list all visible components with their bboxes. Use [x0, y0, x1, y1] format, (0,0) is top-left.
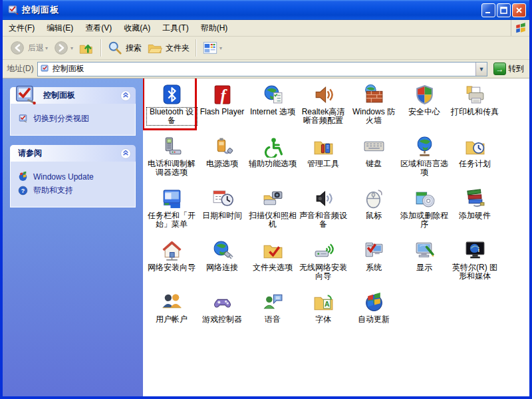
- folders-icon: [147, 40, 163, 56]
- game-controllers-icon: [211, 291, 233, 313]
- cpl-item-regional-language[interactable]: 区域和语言选项: [399, 134, 450, 186]
- task-panel-title: 控制面板: [43, 90, 120, 101]
- cpl-item-mouse[interactable]: 鼠标: [348, 186, 399, 237]
- address-bar: 地址(D) 控制面板 ▼ → 转到: [3, 60, 529, 78]
- address-input[interactable]: 控制面板 ▼: [37, 62, 487, 76]
- cpl-item-label: 声音和音频设备: [299, 211, 348, 229]
- cpl-item-display[interactable]: 显示: [399, 237, 450, 289]
- cpl-item-admin-tools[interactable]: 管理工具: [298, 134, 348, 186]
- svg-text:?: ?: [21, 188, 25, 194]
- cpl-item-label: 添加或删除程序: [400, 211, 450, 229]
- cpl-item-label: 系统: [366, 263, 382, 272]
- sidebar-item-category-view[interactable]: 切换到分类视图: [17, 113, 130, 124]
- back-button[interactable]: 后退▾: [7, 38, 51, 58]
- task-panel-header[interactable]: 请参阅: [10, 145, 136, 162]
- window-title: 控制面板: [22, 4, 480, 16]
- cpl-item-taskbar-startmenu[interactable]: 任务栏和「开始」菜单: [146, 186, 197, 237]
- chevron-up-icon[interactable]: [120, 90, 132, 102]
- menu-item-1[interactable]: 编辑(E): [41, 20, 79, 37]
- sidebar-item-windows-update[interactable]: Windows Update: [17, 171, 130, 182]
- cpl-item-add-remove-programs[interactable]: 添加或删除程序: [399, 186, 450, 237]
- cpl-item-label: 自动更新: [358, 315, 390, 324]
- cpl-item-add-hardware[interactable]: 添加硬件: [450, 186, 500, 237]
- cpl-item-speech[interactable]: 语音: [247, 289, 298, 341]
- cpl-item-power-options[interactable]: 电源选项: [197, 134, 247, 186]
- cpl-item-wireless-network-wizard[interactable]: 无线网络安装向导: [298, 237, 348, 289]
- cpl-item-phone-modem[interactable]: 电话和调制解调器选项: [146, 134, 197, 186]
- windows-update-icon: [17, 171, 29, 182]
- wireless-network-wizard-icon: [313, 239, 334, 261]
- maximize-icon: [499, 6, 508, 15]
- views-button[interactable]: ▾: [200, 38, 225, 58]
- forward-button[interactable]: ▾: [51, 38, 76, 58]
- cpl-item-label: 字体: [315, 315, 331, 324]
- cpl-item-network-setup-wizard[interactable]: 网络安装向导: [146, 237, 197, 289]
- cpl-item-internet-options[interactable]: Internet 选项: [247, 82, 298, 134]
- views-dropdown-icon: ▾: [219, 45, 222, 51]
- cpl-item-windows-firewall[interactable]: Windows 防火墙: [348, 82, 399, 134]
- cpl-item-sounds-audio[interactable]: 声音和音频设备: [298, 186, 348, 237]
- keyboard-icon: [363, 136, 385, 158]
- cpl-item-label: 无线网络安装向导: [299, 263, 348, 281]
- cpl-item-network-connections[interactable]: 网络连接: [197, 237, 247, 289]
- folders-button[interactable]: 文件夹: [144, 38, 192, 58]
- windows-logo: [511, 20, 529, 36]
- cpl-item-folder-options[interactable]: 文件夹选项: [247, 237, 298, 289]
- cpl-item-user-accounts[interactable]: 用户帐户: [146, 289, 197, 341]
- chevron-up-icon[interactable]: [120, 148, 132, 160]
- close-button[interactable]: [512, 3, 526, 17]
- cpl-item-date-time[interactable]: 日期和时间: [197, 186, 247, 237]
- menu-item-4[interactable]: 工具(T): [156, 20, 194, 37]
- sidebar-item-help[interactable]: ?帮助和支持: [17, 185, 130, 196]
- cpl-item-label: 语音: [265, 315, 281, 324]
- task-panel-header[interactable]: 控制面板: [10, 87, 136, 104]
- regional-language-icon: [414, 136, 436, 158]
- cpl-item-system[interactable]: 系统: [348, 237, 399, 289]
- cpl-item-automatic-updates[interactable]: 自动更新: [348, 289, 399, 341]
- task-panel-0: 控制面板切换到分类视图: [10, 87, 136, 136]
- cpl-item-printers-faxes[interactable]: 打印机和传真: [450, 82, 500, 134]
- cpl-item-security-center[interactable]: 安全中心: [399, 82, 450, 134]
- cpl-item-realtek-audio[interactable]: Realtek高清晰音频配置: [298, 82, 348, 134]
- forward-icon: [53, 40, 69, 56]
- cpl-item-label: 区域和语言选项: [400, 160, 450, 177]
- cpl-item-label: 英特尔(R) 图形和媒体: [450, 263, 500, 281]
- cpl-item-accessibility[interactable]: 辅助功能选项: [247, 134, 298, 186]
- cpl-item-bluetooth[interactable]: Bluetooth 设备: [146, 82, 197, 134]
- accessibility-icon: [262, 136, 284, 158]
- cpl-item-scanners-cameras[interactable]: 扫描仪和照相机: [247, 186, 298, 237]
- cpl-item-label: Bluetooth 设备: [147, 108, 197, 125]
- cpl-item-keyboard[interactable]: 键盘: [348, 134, 399, 186]
- cpl-item-scheduled-tasks[interactable]: 任务计划: [450, 134, 500, 186]
- cpl-item-label: 文件夹选项: [253, 263, 293, 272]
- cpl-item-label: Realtek高清晰音频配置: [299, 108, 348, 125]
- address-dropdown-button[interactable]: ▼: [475, 63, 487, 76]
- cpl-item-flash-player[interactable]: fFlash Player: [197, 82, 247, 134]
- menu-item-2[interactable]: 查看(V): [79, 20, 118, 37]
- menu-item-3[interactable]: 收藏(A): [118, 20, 156, 37]
- go-button[interactable]: → 转到: [491, 62, 527, 76]
- cpl-item-label: 网络安装向导: [148, 263, 196, 272]
- cpl-item-intel-graphics-media[interactable]: i英特尔(R) 图形和媒体: [450, 237, 500, 289]
- menu-item-0[interactable]: 文件(F): [3, 20, 41, 37]
- display-icon: [414, 239, 436, 261]
- maximize-button[interactable]: [497, 3, 511, 17]
- cpl-item-game-controllers[interactable]: 游戏控制器: [197, 289, 247, 341]
- search-button[interactable]: 搜索: [104, 38, 144, 58]
- minimize-button[interactable]: [481, 3, 495, 17]
- svg-text:A: A: [324, 301, 329, 308]
- sidebar-item-label: 帮助和支持: [33, 185, 73, 196]
- close-icon: [515, 6, 523, 15]
- add-hardware-icon: [464, 188, 486, 209]
- menu-item-5[interactable]: 帮助(H): [195, 20, 234, 37]
- cpl-item-label: Flash Player: [200, 108, 245, 116]
- control-panel-icon: [13, 83, 37, 107]
- admin-tools-icon: [313, 136, 334, 158]
- cpl-item-label: 日期和时间: [202, 211, 242, 220]
- system-icon: [363, 239, 385, 261]
- title-bar[interactable]: 控制面板: [3, 0, 529, 20]
- up-button[interactable]: [76, 38, 97, 58]
- views-icon: [202, 40, 218, 56]
- cpl-item-fonts[interactable]: A字体: [298, 289, 348, 341]
- control-panel-window: 控制面板 文件(F)编辑(E)查看(V)收藏(A)工具(T)帮助(H) 后退▾ …: [0, 0, 532, 399]
